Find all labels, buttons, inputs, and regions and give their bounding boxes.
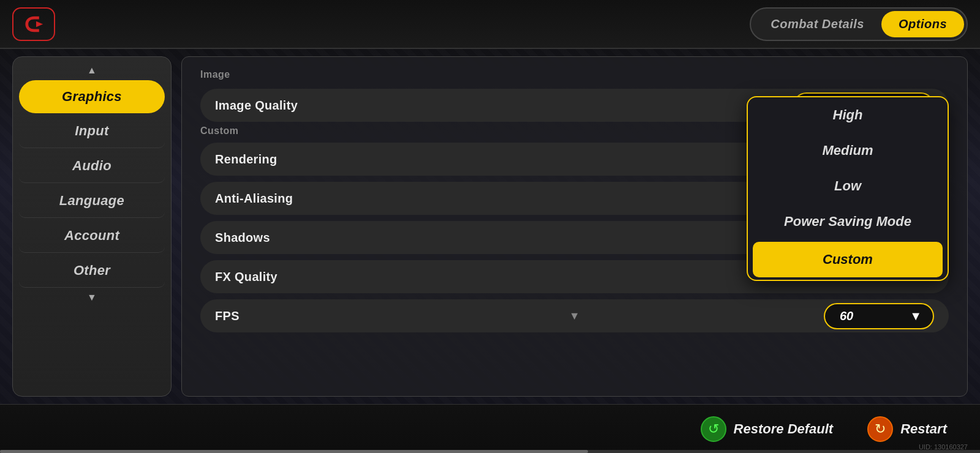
dropdown-option-low[interactable]: Low [748, 168, 948, 204]
restart-button[interactable]: ↻ Restart [860, 410, 962, 448]
nav-tabs: Combat Details Options [750, 7, 968, 41]
restart-icon: ↻ [867, 416, 893, 442]
settings-panel: Image Image Quality Custom ▼ High Medium… [181, 56, 968, 397]
scrollbar-thumb [0, 450, 588, 453]
dropdown-option-high[interactable]: High [748, 97, 948, 133]
sidebar-scroll-down[interactable]: ▼ [19, 289, 165, 306]
fps-row: FPS ▼ 60 ▼ [200, 299, 949, 332]
dropdown-option-medium[interactable]: Medium [748, 133, 948, 168]
restore-default-label: Restore Default [734, 421, 834, 437]
logo-icon [21, 13, 46, 35]
sidebar: ▲ Graphics Input Audio Language Account … [12, 56, 172, 397]
sidebar-item-language[interactable]: Language [19, 184, 165, 218]
sidebar-item-other[interactable]: Other [19, 254, 165, 288]
logo-button[interactable] [12, 7, 55, 41]
bottom-bar: ↺ Restore Default ↻ Restart UID: 1301603… [0, 404, 980, 453]
fps-dropdown[interactable]: 60 ▼ [824, 303, 934, 329]
dropdown-option-custom[interactable]: Custom [753, 242, 943, 277]
top-bar: Combat Details Options [0, 0, 980, 49]
fps-value: 60 [840, 309, 853, 323]
restore-icon: ↺ [701, 416, 726, 442]
tab-combat-details[interactable]: Combat Details [753, 11, 881, 37]
sidebar-item-input[interactable]: Input [19, 114, 165, 148]
main-content: ▲ Graphics Input Audio Language Account … [0, 49, 980, 404]
restore-default-button[interactable]: ↺ Restore Default [693, 410, 848, 448]
fps-label: FPS [215, 309, 824, 323]
scrollbar[interactable] [0, 450, 980, 453]
sidebar-item-graphics[interactable]: Graphics [19, 80, 165, 113]
sidebar-item-audio[interactable]: Audio [19, 149, 165, 183]
image-quality-label: Image Quality [215, 99, 793, 113]
fps-dropdown-arrow-icon: ▼ [910, 309, 922, 323]
fps-expand-arrow-icon: ▼ [569, 310, 580, 323]
sidebar-item-account[interactable]: Account [19, 219, 165, 253]
tab-options[interactable]: Options [881, 11, 964, 37]
restart-label: Restart [900, 421, 947, 437]
image-section-label: Image [200, 69, 949, 80]
sidebar-scroll-up[interactable]: ▲ [19, 62, 165, 79]
dropdown-option-power-saving[interactable]: Power Saving Mode [748, 204, 948, 239]
image-quality-dropdown-menu: High Medium Low Power Saving Mode Custom [747, 96, 949, 281]
